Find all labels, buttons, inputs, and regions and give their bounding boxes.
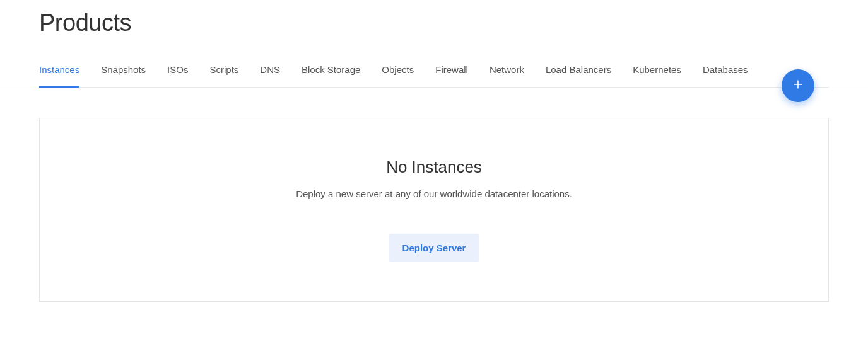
tab-load-balancers[interactable]: Load Balancers <box>546 53 611 88</box>
tab-databases[interactable]: Databases <box>703 53 748 88</box>
tab-network[interactable]: Network <box>490 53 524 88</box>
tab-dns[interactable]: DNS <box>260 53 280 88</box>
tab-kubernetes[interactable]: Kubernetes <box>633 53 681 88</box>
tab-objects[interactable]: Objects <box>382 53 414 88</box>
tab-firewall[interactable]: Firewall <box>435 53 468 88</box>
page-container: Products Instances Snapshots ISOs Script… <box>0 0 868 302</box>
deploy-server-button[interactable]: Deploy Server <box>389 234 480 262</box>
tab-instances[interactable]: Instances <box>39 53 79 88</box>
tab-scripts[interactable]: Scripts <box>209 53 238 88</box>
add-button[interactable] <box>782 69 814 102</box>
tab-block-storage[interactable]: Block Storage <box>302 53 360 88</box>
tabs-wrapper: Instances Snapshots ISOs Scripts DNS Blo… <box>39 52 829 88</box>
empty-state-subtitle: Deploy a new server at any of our worldw… <box>52 188 816 199</box>
empty-state-title: No Instances <box>52 157 816 177</box>
tab-snapshots[interactable]: Snapshots <box>101 53 146 88</box>
tabs-container: Instances Snapshots ISOs Scripts DNS Blo… <box>39 52 829 87</box>
page-title: Products <box>39 0 829 52</box>
plus-icon <box>792 78 804 93</box>
empty-state-panel: No Instances Deploy a new server at any … <box>39 118 829 302</box>
tab-isos[interactable]: ISOs <box>167 53 188 88</box>
